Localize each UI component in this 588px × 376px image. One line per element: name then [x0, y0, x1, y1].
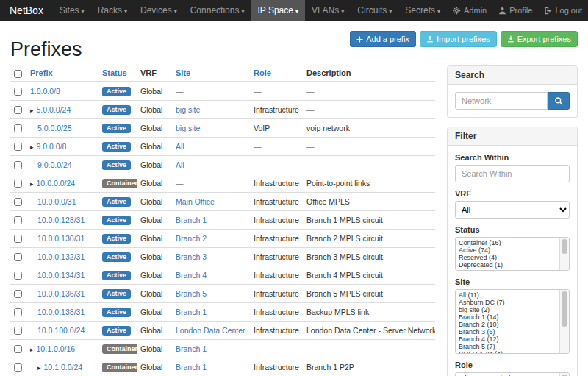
prefix-link[interactable]: 10.0.0.0/24: [37, 179, 76, 188]
vrf-value: Global: [140, 105, 162, 114]
filter-option[interactable]: Active (74): [457, 246, 558, 254]
prefix-link[interactable]: 10.0.100.0/24: [37, 326, 85, 335]
nav-item-vlans[interactable]: VLANs▾: [305, 0, 351, 21]
row-checkbox[interactable]: [14, 106, 22, 114]
vrf-value: Global: [140, 216, 162, 224]
row-checkbox[interactable]: [14, 308, 22, 316]
scrollbar-thumb[interactable]: [562, 239, 567, 254]
row-checkbox[interactable]: [14, 327, 22, 335]
status-filter-listbox[interactable]: Container (16)Active (74)Reserved (4)Dep…: [455, 237, 570, 271]
row-checkbox[interactable]: [14, 124, 22, 132]
filter-option[interactable]: Branch 1 (14): [457, 313, 558, 321]
row-checkbox[interactable]: [14, 253, 22, 261]
table-row: 1.0.0.0/8ActiveGlobal———: [10, 82, 435, 101]
filter-option[interactable]: COLO-1-24 (4): [457, 350, 558, 353]
filter-option[interactable]: Branch 4 (12): [457, 336, 558, 343]
prefix-link[interactable]: 10.0.0.138/31: [37, 308, 85, 316]
row-checkbox[interactable]: [14, 198, 22, 206]
filter-option[interactable]: Reserved (4): [457, 254, 558, 261]
prefix-link[interactable]: 5.0.0.0/24: [37, 105, 71, 114]
site-link[interactable]: Branch 1: [176, 344, 207, 353]
prefix-link[interactable]: 10.0.0.136/31: [37, 289, 85, 298]
site-link[interactable]: big site: [176, 124, 200, 132]
site-link[interactable]: Branch 1: [176, 308, 207, 316]
prefix-link[interactable]: 10.1.0.0/24: [44, 363, 83, 372]
prefix-link[interactable]: 5.0.0.0/25: [37, 124, 72, 132]
select-all-checkbox[interactable]: [14, 70, 22, 78]
site-link[interactable]: All: [176, 142, 184, 151]
profile-link[interactable]: Profile: [492, 6, 538, 15]
filter-option[interactable]: Branch 5 (7): [457, 343, 558, 350]
column-header-role[interactable]: Role: [254, 68, 271, 77]
logout-link[interactable]: Log out: [538, 6, 588, 15]
site-link[interactable]: London Data Center: [176, 326, 245, 335]
scrollbar-thumb[interactable]: [562, 291, 567, 327]
add-prefix-button[interactable]: Add a prefix: [350, 31, 416, 47]
search-input[interactable]: [455, 92, 548, 110]
prefix-link[interactable]: 10.0.0.134/31: [37, 271, 85, 280]
prefix-link[interactable]: 1.0.0.0/8: [30, 87, 60, 96]
filter-option[interactable]: Branch 3 (6): [457, 328, 558, 336]
row-checkbox[interactable]: [14, 290, 22, 298]
site-link[interactable]: Branch 4: [176, 271, 207, 280]
column-header-site[interactable]: Site: [176, 68, 190, 77]
nav-item-connections[interactable]: Connections▾: [184, 0, 251, 21]
row-checkbox[interactable]: [14, 161, 22, 169]
row-checkbox[interactable]: [14, 345, 22, 353]
row-checkbox[interactable]: [14, 180, 22, 188]
status-listbox-scrollbar[interactable]: [559, 238, 569, 270]
filter-option[interactable]: Deprecated (1): [457, 261, 558, 269]
site-link[interactable]: Branch 1: [176, 363, 207, 372]
row-checkbox[interactable]: [14, 216, 22, 224]
search-within-input[interactable]: [455, 165, 570, 182]
nav-item-secrets[interactable]: Secrets▾: [398, 0, 447, 21]
brand-link[interactable]: NetBox: [0, 0, 53, 21]
expand-toggle-icon[interactable]: ▸: [30, 107, 34, 114]
prefix-link[interactable]: 10.0.0.128/31: [37, 216, 85, 224]
row-checkbox[interactable]: [14, 363, 22, 372]
site-link[interactable]: All: [176, 160, 184, 169]
prefix-link[interactable]: 10.1.0.0/16: [37, 344, 76, 353]
nav-item-sites[interactable]: Sites▾: [53, 0, 91, 21]
site-filter-listbox[interactable]: All (11)Ashburn DC (7)big site (2)Branch…: [455, 289, 570, 354]
prefix-link[interactable]: 9.0.0.0/8: [37, 142, 67, 151]
prefix-link[interactable]: 10.0.0.130/31: [37, 234, 85, 243]
description-value: Branch 3 MPLS circuit: [306, 252, 383, 261]
filter-option[interactable]: All (11): [457, 291, 558, 299]
filter-option[interactable]: Container (16): [457, 239, 558, 246]
nav-item-devices[interactable]: Devices▾: [134, 0, 184, 21]
site-link[interactable]: Branch 2: [176, 234, 207, 243]
prefix-link[interactable]: 9.0.0.0/24: [37, 160, 72, 169]
expand-toggle-icon[interactable]: ▸: [30, 143, 34, 151]
role-listbox-scrollbar[interactable]: [559, 373, 569, 376]
nav-item-racks[interactable]: Racks▾: [91, 0, 134, 21]
expand-toggle-icon[interactable]: ▸: [30, 346, 34, 353]
site-link[interactable]: Branch 3: [176, 252, 207, 261]
filter-option[interactable]: Ashburn DC (7): [457, 299, 558, 306]
admin-link[interactable]: Admin: [447, 6, 492, 15]
row-checkbox[interactable]: [14, 235, 22, 243]
row-checkbox[interactable]: [14, 143, 22, 151]
site-link[interactable]: big site: [176, 105, 200, 114]
vrf-filter-select[interactable]: All: [455, 201, 570, 219]
site-link[interactable]: Branch 1: [176, 216, 207, 224]
filter-option[interactable]: big site (2): [457, 306, 558, 313]
expand-toggle-icon[interactable]: ▸: [37, 364, 41, 372]
site-listbox-scrollbar[interactable]: [559, 290, 569, 353]
site-link[interactable]: Branch 5: [176, 289, 207, 298]
prefix-link[interactable]: 10.0.0.0/31: [37, 197, 76, 206]
nav-item-circuits[interactable]: Circuits▾: [351, 0, 398, 21]
column-header-prefix[interactable]: Prefix: [30, 68, 53, 77]
nav-item-ip-space[interactable]: IP Space▾: [251, 0, 305, 21]
import-prefixes-button[interactable]: Import prefixes: [420, 31, 497, 47]
column-header-status[interactable]: Status: [102, 68, 127, 77]
site-link[interactable]: Main Office: [176, 197, 215, 206]
filter-option[interactable]: Branch 2 (10): [457, 321, 558, 328]
export-prefixes-button[interactable]: Export prefixes: [501, 31, 578, 47]
expand-toggle-icon[interactable]: ▸: [30, 180, 34, 188]
row-checkbox[interactable]: [14, 88, 22, 96]
row-checkbox[interactable]: [14, 272, 22, 280]
role-filter-listbox[interactable]: Infrastructure (25)Management (8)Private…: [455, 372, 570, 376]
search-button[interactable]: [548, 92, 570, 110]
prefix-link[interactable]: 10.0.0.132/31: [37, 252, 85, 261]
